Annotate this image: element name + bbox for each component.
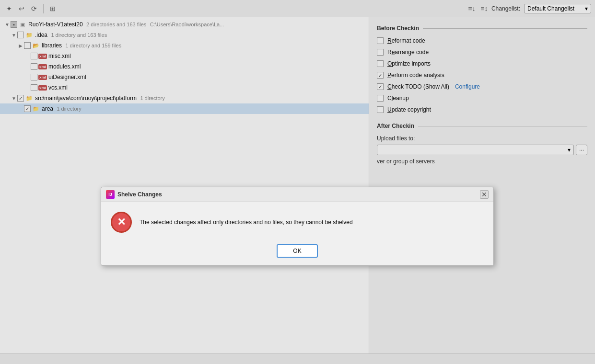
ok-button[interactable]: OK (277, 244, 317, 258)
dialog-message: The selected changes affect only directo… (140, 218, 484, 227)
dialog-body: ✕ The selected changes affect only direc… (101, 202, 493, 240)
dialog-footer: OK (101, 240, 493, 265)
dialog-title-icon: IJ (106, 190, 115, 199)
dialog-overlay: IJ Shelve Changes ✕ ✕ The selected chang… (0, 0, 595, 364)
dialog-close-button[interactable]: ✕ (480, 190, 489, 199)
error-icon: ✕ (111, 212, 132, 233)
intellij-logo-icon: IJ (106, 190, 115, 199)
dialog-titlebar: IJ Shelve Changes ✕ (101, 187, 493, 202)
shelve-changes-dialog: IJ Shelve Changes ✕ ✕ The selected chang… (101, 187, 494, 266)
dialog-title-text: Shelve Changes (117, 191, 480, 198)
